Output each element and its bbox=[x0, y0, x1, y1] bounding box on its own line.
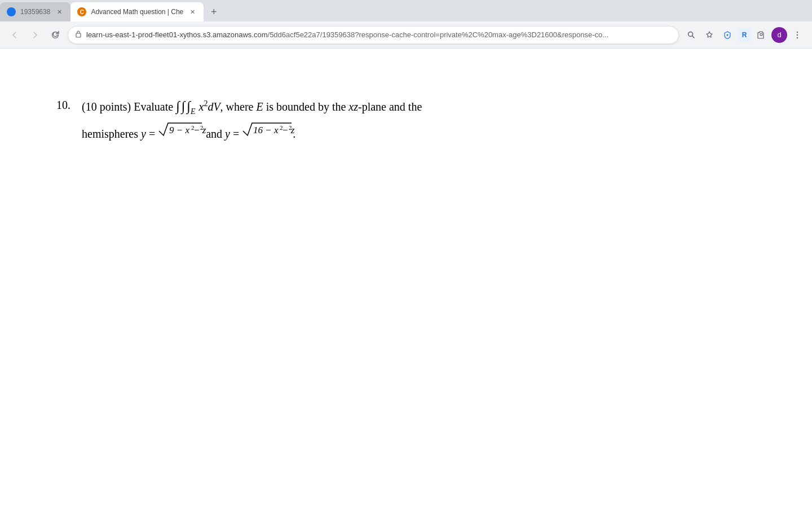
tab2-close-icon[interactable]: ✕ bbox=[188, 7, 197, 16]
toolbar: learn-us-east-1-prod-fleet01-xythos.s3.a… bbox=[0, 21, 812, 49]
problem-intro: (10 points) Evaluate ∫ ∫ ∫E x2dV, where … bbox=[82, 100, 422, 113]
address-bar[interactable]: learn-us-east-1-prod-fleet01-xythos.s3.a… bbox=[68, 26, 679, 44]
reload-button[interactable] bbox=[47, 27, 63, 43]
integral-symbol: ∫ ∫ ∫E bbox=[176, 99, 198, 113]
svg-point-5 bbox=[797, 31, 798, 32]
svg-point-0 bbox=[8, 9, 14, 15]
address-path: /5dd6acf5e22a7/19359638?response-cache-c… bbox=[268, 30, 609, 39]
problem-number: 10. bbox=[56, 94, 70, 115]
svg-point-4 bbox=[727, 34, 729, 36]
address-text: learn-us-east-1-prod-fleet01-xythos.s3.a… bbox=[86, 30, 672, 39]
svg-point-6 bbox=[797, 34, 798, 35]
content-area: 10. (10 points) Evaluate ∫ ∫ ∫E x2dV, wh… bbox=[0, 49, 812, 508]
extensions-icon[interactable] bbox=[753, 27, 769, 43]
var-y1: y bbox=[141, 128, 146, 140]
problem-text: (10 points) Evaluate ∫ ∫ ∫E x2dV, where … bbox=[82, 94, 422, 144]
tab2-favicon: C bbox=[77, 7, 86, 16]
lock-icon bbox=[75, 30, 82, 40]
menu-icon[interactable] bbox=[789, 27, 805, 43]
search-icon[interactable] bbox=[683, 27, 699, 43]
back-button[interactable] bbox=[7, 27, 23, 43]
var-y2: y bbox=[225, 128, 230, 140]
tab-advanced-math[interactable]: C Advanced Math question | Che ✕ bbox=[70, 2, 204, 21]
shield-icon[interactable] bbox=[720, 27, 735, 43]
sqrt1: 9 − x 2 − z 2 bbox=[158, 120, 203, 138]
svg-point-7 bbox=[797, 37, 798, 38]
avatar-letter: d bbox=[777, 30, 781, 39]
xz-plane: xz bbox=[348, 100, 358, 113]
address-domain: learn-us-east-1-prod-fleet01-xythos.s3.a… bbox=[86, 30, 268, 39]
dV: dV bbox=[208, 100, 220, 113]
tab2-label: Advanced Math question | Che bbox=[91, 8, 183, 16]
svg-text:16 − x: 16 − x bbox=[253, 125, 279, 135]
tab1-label: 19359638 bbox=[20, 8, 50, 16]
svg-text:9 − x: 9 − x bbox=[169, 125, 189, 135]
svg-rect-1 bbox=[76, 33, 81, 37]
tab1-favicon bbox=[7, 7, 16, 16]
toolbar-actions: R d bbox=[683, 27, 805, 43]
math-problem: 10. (10 points) Evaluate ∫ ∫ ∫E x2dV, wh… bbox=[56, 94, 451, 144]
browser-frame: 19359638 ✕ C Advanced Math question | Ch… bbox=[0, 0, 812, 508]
svg-line-3 bbox=[692, 36, 694, 37]
tab-19359638[interactable]: 19359638 ✕ bbox=[0, 2, 70, 21]
new-tab-button[interactable]: + bbox=[206, 4, 222, 20]
sqrt2: 16 − x 2 − z 2 bbox=[242, 120, 293, 138]
bookmark-star-icon[interactable] bbox=[701, 27, 717, 43]
tab1-close-icon[interactable]: ✕ bbox=[55, 7, 64, 16]
r-extension-icon[interactable]: R bbox=[738, 28, 751, 42]
tab-bar: 19359638 ✕ C Advanced Math question | Ch… bbox=[0, 0, 812, 21]
page-content: 10. (10 points) Evaluate ∫ ∫ ∫E x2dV, wh… bbox=[0, 49, 508, 190]
tab2-favicon-letter: C bbox=[80, 9, 84, 15]
hemispheres-line: hemispheres y = 9 − x 2 − z 2 bbox=[82, 128, 295, 140]
svg-text:2: 2 bbox=[200, 124, 204, 131]
forward-button[interactable] bbox=[27, 27, 43, 43]
var-E: E bbox=[256, 100, 263, 113]
avatar[interactable]: d bbox=[771, 27, 787, 43]
svg-text:2: 2 bbox=[289, 124, 292, 131]
r-icon-label: R bbox=[742, 31, 747, 39]
